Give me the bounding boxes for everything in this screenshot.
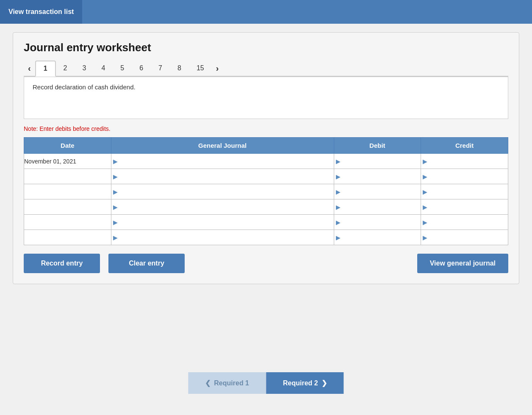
debit-input-3[interactable] bbox=[342, 188, 419, 196]
header-date: Date bbox=[24, 138, 111, 154]
credit-input-4[interactable] bbox=[429, 203, 506, 211]
credit-arrow-3: ▶ bbox=[423, 188, 427, 195]
view-general-journal-button[interactable]: View general journal bbox=[417, 254, 508, 273]
journal-input-5[interactable] bbox=[119, 218, 332, 227]
table-row: ▶ ▶ ▶ bbox=[24, 215, 508, 230]
credit-input-3[interactable] bbox=[429, 188, 506, 196]
credit-cell-1[interactable]: ▶ bbox=[421, 154, 508, 169]
journal-input-1[interactable] bbox=[119, 157, 332, 166]
debit-input-5[interactable] bbox=[342, 218, 419, 227]
table-row: November 01, 2021 ▶ ▶ ▶ bbox=[24, 154, 508, 169]
arrow-icon-4: ▶ bbox=[113, 204, 118, 210]
table-row: ▶ ▶ ▶ bbox=[24, 230, 508, 245]
date-cell-3 bbox=[24, 184, 111, 199]
bottom-navigation: ❮ Required 1 Required 2 ❯ bbox=[188, 372, 344, 394]
arrow-icon-1: ▶ bbox=[113, 158, 118, 165]
date-value-1: November 01, 2021 bbox=[24, 158, 76, 165]
tab-15[interactable]: 15 bbox=[189, 61, 212, 75]
action-buttons-row: Record entry Clear entry View general jo… bbox=[24, 254, 508, 273]
journal-cell-6[interactable]: ▶ bbox=[111, 230, 334, 245]
note-text: Note: Enter debits before credits. bbox=[24, 125, 508, 132]
credit-input-6[interactable] bbox=[429, 233, 506, 242]
chevron-left-icon: ❮ bbox=[205, 379, 211, 387]
arrow-icon-3: ▶ bbox=[113, 188, 118, 195]
header-general-journal: General Journal bbox=[111, 138, 334, 154]
debit-input-6[interactable] bbox=[342, 233, 419, 242]
table-row: ▶ ▶ ▶ bbox=[24, 169, 508, 184]
journal-input-6[interactable] bbox=[119, 233, 332, 242]
credit-arrow-6: ▶ bbox=[423, 234, 427, 241]
debit-cell-5[interactable]: ▶ bbox=[334, 215, 421, 230]
debit-cell-1[interactable]: ▶ bbox=[334, 154, 421, 169]
credit-cell-2[interactable]: ▶ bbox=[421, 169, 508, 184]
arrow-icon-2: ▶ bbox=[113, 173, 118, 180]
journal-input-2[interactable] bbox=[119, 172, 332, 181]
date-cell-2 bbox=[24, 169, 111, 184]
journal-cell-5[interactable]: ▶ bbox=[111, 215, 334, 230]
header-credit: Credit bbox=[421, 138, 508, 154]
credit-arrow-5: ▶ bbox=[423, 219, 427, 226]
journal-cell-4[interactable]: ▶ bbox=[111, 199, 334, 215]
clear-entry-button[interactable]: Clear entry bbox=[108, 254, 185, 273]
journal-input-3[interactable] bbox=[119, 188, 332, 196]
tab-4[interactable]: 4 bbox=[94, 61, 113, 75]
debit-cell-2[interactable]: ▶ bbox=[334, 169, 421, 184]
debit-arrow-5: ▶ bbox=[336, 219, 341, 226]
credit-input-5[interactable] bbox=[429, 218, 506, 227]
table-row: ▶ ▶ ▶ bbox=[24, 199, 508, 215]
tab-prev-button[interactable]: ‹ bbox=[24, 61, 35, 75]
credit-cell-3[interactable]: ▶ bbox=[421, 184, 508, 199]
tab-7[interactable]: 7 bbox=[151, 61, 170, 75]
debit-cell-4[interactable]: ▶ bbox=[334, 199, 421, 215]
debit-cell-3[interactable]: ▶ bbox=[334, 184, 421, 199]
debit-arrow-6: ▶ bbox=[336, 234, 341, 241]
debit-arrow-1: ▶ bbox=[336, 158, 341, 165]
credit-cell-4[interactable]: ▶ bbox=[421, 199, 508, 215]
page-title: Journal entry worksheet bbox=[24, 41, 508, 54]
journal-cell-2[interactable]: ▶ bbox=[111, 169, 334, 184]
required2-label: Required 2 bbox=[283, 379, 318, 387]
tab-5[interactable]: 5 bbox=[113, 61, 132, 75]
tabs-container: ‹ 1 2 3 4 5 6 7 8 15 › bbox=[24, 61, 508, 77]
date-cell-5 bbox=[24, 215, 111, 230]
credit-arrow-2: ▶ bbox=[423, 173, 427, 180]
credit-cell-6[interactable]: ▶ bbox=[421, 230, 508, 245]
credit-input-2[interactable] bbox=[429, 172, 506, 181]
top-bar: View transaction list bbox=[0, 0, 532, 24]
journal-cell-3[interactable]: ▶ bbox=[111, 184, 334, 199]
credit-input-1[interactable] bbox=[429, 157, 506, 166]
tab-1[interactable]: 1 bbox=[35, 61, 56, 77]
tab-8[interactable]: 8 bbox=[170, 61, 189, 75]
chevron-right-icon: ❯ bbox=[321, 379, 327, 387]
tab-6[interactable]: 6 bbox=[132, 61, 151, 75]
main-container: Journal entry worksheet ‹ 1 2 3 4 5 6 7 … bbox=[13, 32, 519, 284]
debit-input-4[interactable] bbox=[342, 203, 419, 211]
header-debit: Debit bbox=[334, 138, 421, 154]
debit-input-2[interactable] bbox=[342, 172, 419, 181]
debit-input-1[interactable] bbox=[342, 157, 419, 166]
view-transaction-button[interactable]: View transaction list bbox=[0, 0, 82, 24]
tab-next-button[interactable]: › bbox=[212, 61, 223, 75]
credit-arrow-1: ▶ bbox=[423, 158, 427, 165]
credit-cell-5[interactable]: ▶ bbox=[421, 215, 508, 230]
date-cell-6 bbox=[24, 230, 111, 245]
record-entry-button[interactable]: Record entry bbox=[24, 254, 100, 273]
description-text: Record declaration of cash dividend. bbox=[33, 83, 136, 91]
required1-label: Required 1 bbox=[214, 379, 249, 387]
debit-arrow-4: ▶ bbox=[336, 204, 341, 210]
date-cell-4 bbox=[24, 199, 111, 215]
tab-2[interactable]: 2 bbox=[56, 61, 75, 75]
arrow-icon-5: ▶ bbox=[113, 219, 118, 226]
table-row: ▶ ▶ ▶ bbox=[24, 184, 508, 199]
journal-table: Date General Journal Debit Credit Novemb… bbox=[24, 137, 508, 245]
date-cell-1: November 01, 2021 bbox=[24, 154, 111, 169]
required2-button[interactable]: Required 2 ❯ bbox=[266, 372, 344, 394]
required1-button[interactable]: ❮ Required 1 bbox=[188, 372, 266, 394]
debit-arrow-3: ▶ bbox=[336, 188, 341, 195]
tab-3[interactable]: 3 bbox=[75, 61, 94, 75]
credit-arrow-4: ▶ bbox=[423, 204, 427, 210]
journal-input-4[interactable] bbox=[119, 203, 332, 211]
debit-arrow-2: ▶ bbox=[336, 173, 341, 180]
journal-cell-1[interactable]: ▶ bbox=[111, 154, 334, 169]
debit-cell-6[interactable]: ▶ bbox=[334, 230, 421, 245]
